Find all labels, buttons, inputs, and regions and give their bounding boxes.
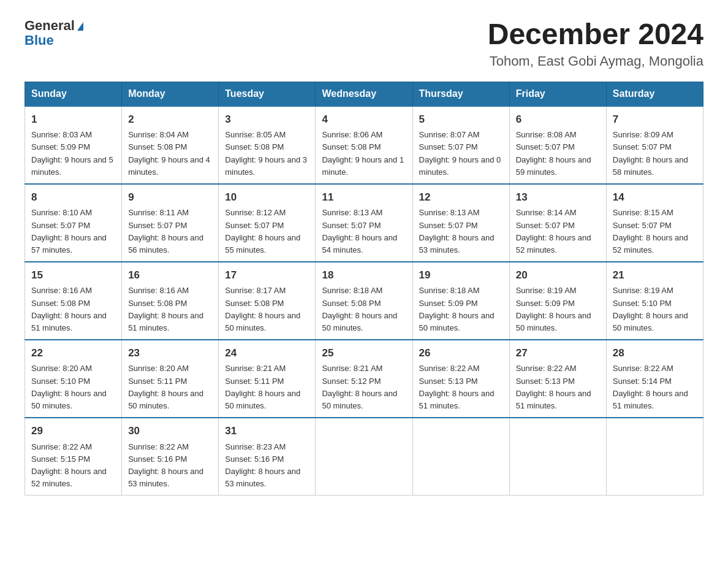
calendar-cell: 19Sunrise: 8:18 AMSunset: 5:09 PMDayligh… bbox=[412, 262, 509, 340]
calendar-cell: 2Sunrise: 8:04 AMSunset: 5:08 PMDaylight… bbox=[122, 106, 219, 184]
header-friday: Friday bbox=[509, 82, 606, 106]
day-number: 17 bbox=[225, 267, 309, 283]
day-info: Sunrise: 8:14 AMSunset: 5:07 PMDaylight:… bbox=[516, 207, 600, 256]
day-info: Sunrise: 8:18 AMSunset: 5:09 PMDaylight:… bbox=[419, 285, 503, 334]
day-number: 24 bbox=[225, 345, 309, 361]
day-number: 11 bbox=[322, 190, 406, 205]
day-info: Sunrise: 8:20 AMSunset: 5:10 PMDaylight:… bbox=[31, 362, 115, 412]
calendar-week-4: 22Sunrise: 8:20 AMSunset: 5:10 PMDayligh… bbox=[25, 340, 703, 418]
calendar-cell: 5Sunrise: 8:07 AMSunset: 5:07 PMDaylight… bbox=[412, 106, 509, 184]
day-number: 1 bbox=[31, 112, 115, 128]
day-number: 9 bbox=[128, 190, 212, 205]
day-info: Sunrise: 8:22 AMSunset: 5:13 PMDaylight:… bbox=[419, 362, 503, 412]
day-info: Sunrise: 8:12 AMSunset: 5:07 PMDaylight:… bbox=[225, 207, 309, 256]
calendar-cell bbox=[412, 418, 509, 496]
day-number: 28 bbox=[613, 345, 697, 361]
day-info: Sunrise: 8:13 AMSunset: 5:07 PMDaylight:… bbox=[419, 207, 503, 256]
day-number: 2 bbox=[128, 112, 212, 128]
logo-blue-text: Blue bbox=[25, 33, 54, 48]
calendar-cell: 3Sunrise: 8:05 AMSunset: 5:08 PMDaylight… bbox=[219, 106, 316, 184]
calendar-cell: 28Sunrise: 8:22 AMSunset: 5:14 PMDayligh… bbox=[606, 340, 703, 418]
day-number: 7 bbox=[613, 112, 697, 128]
day-number: 13 bbox=[516, 190, 600, 205]
day-info: Sunrise: 8:22 AMSunset: 5:16 PMDaylight:… bbox=[128, 441, 212, 491]
calendar-cell: 7Sunrise: 8:09 AMSunset: 5:07 PMDaylight… bbox=[606, 106, 703, 184]
calendar-cell: 27Sunrise: 8:22 AMSunset: 5:13 PMDayligh… bbox=[509, 340, 606, 418]
day-number: 26 bbox=[419, 345, 503, 361]
day-number: 19 bbox=[419, 267, 503, 283]
day-info: Sunrise: 8:19 AMSunset: 5:09 PMDaylight:… bbox=[516, 285, 600, 334]
day-number: 3 bbox=[225, 112, 309, 128]
calendar-cell: 26Sunrise: 8:22 AMSunset: 5:13 PMDayligh… bbox=[412, 340, 509, 418]
day-info: Sunrise: 8:22 AMSunset: 5:15 PMDaylight:… bbox=[31, 441, 115, 491]
day-number: 12 bbox=[419, 190, 503, 205]
header-tuesday: Tuesday bbox=[219, 82, 316, 106]
day-info: Sunrise: 8:16 AMSunset: 5:08 PMDaylight:… bbox=[128, 285, 212, 334]
day-info: Sunrise: 8:22 AMSunset: 5:14 PMDaylight:… bbox=[613, 362, 697, 412]
day-info: Sunrise: 8:08 AMSunset: 5:07 PMDaylight:… bbox=[516, 129, 600, 178]
day-info: Sunrise: 8:23 AMSunset: 5:16 PMDaylight:… bbox=[225, 441, 309, 491]
header-thursday: Thursday bbox=[412, 82, 509, 106]
calendar-cell: 10Sunrise: 8:12 AMSunset: 5:07 PMDayligh… bbox=[219, 184, 316, 262]
calendar-week-3: 15Sunrise: 8:16 AMSunset: 5:08 PMDayligh… bbox=[25, 262, 703, 340]
day-number: 20 bbox=[516, 267, 600, 283]
day-number: 16 bbox=[128, 267, 212, 283]
day-number: 23 bbox=[128, 345, 212, 361]
day-number: 30 bbox=[128, 423, 212, 439]
day-info: Sunrise: 8:11 AMSunset: 5:07 PMDaylight:… bbox=[128, 207, 212, 256]
header-saturday: Saturday bbox=[606, 82, 703, 106]
calendar-cell: 11Sunrise: 8:13 AMSunset: 5:07 PMDayligh… bbox=[316, 184, 412, 262]
day-info: Sunrise: 8:10 AMSunset: 5:07 PMDaylight:… bbox=[31, 207, 115, 256]
calendar-cell: 25Sunrise: 8:21 AMSunset: 5:12 PMDayligh… bbox=[316, 340, 412, 418]
calendar-subtitle: Tohom, East Gobi Aymag, Mongolia bbox=[488, 53, 703, 69]
calendar-cell: 12Sunrise: 8:13 AMSunset: 5:07 PMDayligh… bbox=[412, 184, 509, 262]
day-info: Sunrise: 8:19 AMSunset: 5:10 PMDaylight:… bbox=[613, 285, 697, 334]
header-monday: Monday bbox=[122, 82, 219, 106]
calendar-cell: 9Sunrise: 8:11 AMSunset: 5:07 PMDaylight… bbox=[122, 184, 219, 262]
logo: General Blue bbox=[25, 18, 83, 48]
day-number: 10 bbox=[225, 190, 309, 205]
day-info: Sunrise: 8:07 AMSunset: 5:07 PMDaylight:… bbox=[419, 129, 503, 178]
day-info: Sunrise: 8:06 AMSunset: 5:08 PMDaylight:… bbox=[322, 129, 406, 178]
day-number: 29 bbox=[31, 423, 115, 439]
calendar-cell: 24Sunrise: 8:21 AMSunset: 5:11 PMDayligh… bbox=[219, 340, 316, 418]
day-number: 21 bbox=[613, 267, 697, 283]
day-info: Sunrise: 8:03 AMSunset: 5:09 PMDaylight:… bbox=[31, 129, 115, 178]
calendar-cell: 20Sunrise: 8:19 AMSunset: 5:09 PMDayligh… bbox=[509, 262, 606, 340]
day-number: 6 bbox=[516, 112, 600, 128]
day-info: Sunrise: 8:16 AMSunset: 5:08 PMDaylight:… bbox=[31, 285, 115, 334]
day-number: 4 bbox=[322, 112, 406, 128]
calendar-cell: 14Sunrise: 8:15 AMSunset: 5:07 PMDayligh… bbox=[606, 184, 703, 262]
day-number: 27 bbox=[516, 345, 600, 361]
logo-general-text: General bbox=[25, 18, 75, 33]
calendar-cell: 30Sunrise: 8:22 AMSunset: 5:16 PMDayligh… bbox=[122, 418, 219, 496]
calendar-cell: 23Sunrise: 8:20 AMSunset: 5:11 PMDayligh… bbox=[122, 340, 219, 418]
day-info: Sunrise: 8:05 AMSunset: 5:08 PMDaylight:… bbox=[225, 129, 309, 178]
day-info: Sunrise: 8:22 AMSunset: 5:13 PMDaylight:… bbox=[516, 362, 600, 412]
title-section: December 2024 Tohom, East Gobi Aymag, Mo… bbox=[488, 18, 703, 69]
calendar-cell: 15Sunrise: 8:16 AMSunset: 5:08 PMDayligh… bbox=[25, 262, 122, 340]
day-number: 25 bbox=[322, 345, 406, 361]
calendar-cell: 22Sunrise: 8:20 AMSunset: 5:10 PMDayligh… bbox=[25, 340, 122, 418]
calendar-cell: 31Sunrise: 8:23 AMSunset: 5:16 PMDayligh… bbox=[219, 418, 316, 496]
day-info: Sunrise: 8:13 AMSunset: 5:07 PMDaylight:… bbox=[322, 207, 406, 256]
calendar-cell: 16Sunrise: 8:16 AMSunset: 5:08 PMDayligh… bbox=[122, 262, 219, 340]
day-number: 18 bbox=[322, 267, 406, 283]
day-info: Sunrise: 8:15 AMSunset: 5:07 PMDaylight:… bbox=[613, 207, 697, 256]
calendar-cell: 4Sunrise: 8:06 AMSunset: 5:08 PMDaylight… bbox=[316, 106, 412, 184]
calendar-cell: 1Sunrise: 8:03 AMSunset: 5:09 PMDaylight… bbox=[25, 106, 122, 184]
header-wednesday: Wednesday bbox=[316, 82, 412, 106]
calendar-cell: 6Sunrise: 8:08 AMSunset: 5:07 PMDaylight… bbox=[509, 106, 606, 184]
calendar-cell: 17Sunrise: 8:17 AMSunset: 5:08 PMDayligh… bbox=[219, 262, 316, 340]
day-info: Sunrise: 8:20 AMSunset: 5:11 PMDaylight:… bbox=[128, 362, 212, 412]
calendar-cell: 13Sunrise: 8:14 AMSunset: 5:07 PMDayligh… bbox=[509, 184, 606, 262]
calendar-cell: 18Sunrise: 8:18 AMSunset: 5:08 PMDayligh… bbox=[316, 262, 412, 340]
day-number: 14 bbox=[613, 190, 697, 205]
calendar-cell: 29Sunrise: 8:22 AMSunset: 5:15 PMDayligh… bbox=[25, 418, 122, 496]
calendar-table: SundayMondayTuesdayWednesdayThursdayFrid… bbox=[25, 82, 703, 496]
day-info: Sunrise: 8:04 AMSunset: 5:08 PMDaylight:… bbox=[128, 129, 212, 178]
day-number: 8 bbox=[31, 190, 115, 205]
calendar-cell: 8Sunrise: 8:10 AMSunset: 5:07 PMDaylight… bbox=[25, 184, 122, 262]
day-info: Sunrise: 8:18 AMSunset: 5:08 PMDaylight:… bbox=[322, 285, 406, 334]
day-info: Sunrise: 8:21 AMSunset: 5:11 PMDaylight:… bbox=[225, 362, 309, 412]
